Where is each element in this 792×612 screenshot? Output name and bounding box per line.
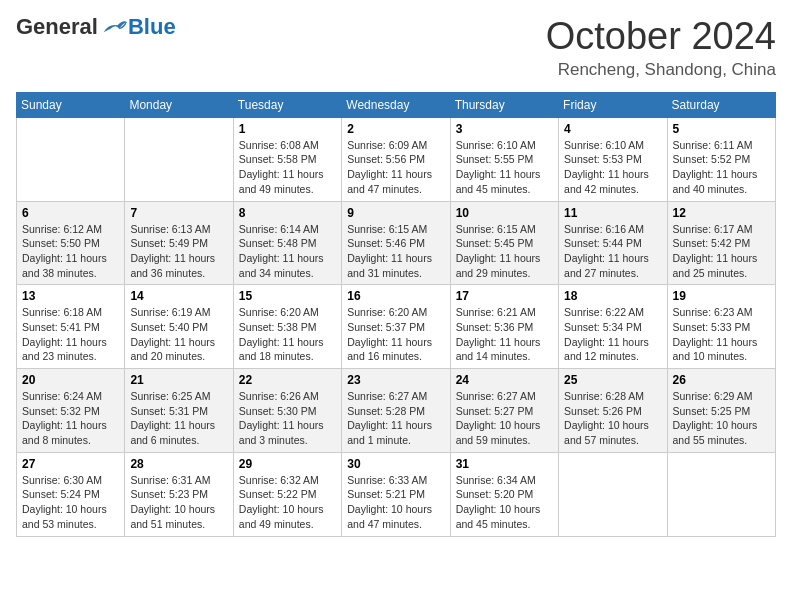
calendar-cell: 22Sunrise: 6:26 AM Sunset: 5:30 PM Dayli… — [233, 369, 341, 453]
calendar-cell: 17Sunrise: 6:21 AM Sunset: 5:36 PM Dayli… — [450, 285, 558, 369]
logo: General Blue — [16, 16, 176, 38]
day-detail: Sunrise: 6:26 AM Sunset: 5:30 PM Dayligh… — [239, 389, 336, 448]
calendar-cell: 20Sunrise: 6:24 AM Sunset: 5:32 PM Dayli… — [17, 369, 125, 453]
day-number: 26 — [673, 373, 770, 387]
day-number: 3 — [456, 122, 553, 136]
day-number: 19 — [673, 289, 770, 303]
day-number: 20 — [22, 373, 119, 387]
day-detail: Sunrise: 6:33 AM Sunset: 5:21 PM Dayligh… — [347, 473, 444, 532]
day-detail: Sunrise: 6:34 AM Sunset: 5:20 PM Dayligh… — [456, 473, 553, 532]
day-detail: Sunrise: 6:16 AM Sunset: 5:44 PM Dayligh… — [564, 222, 661, 281]
day-detail: Sunrise: 6:28 AM Sunset: 5:26 PM Dayligh… — [564, 389, 661, 448]
logo-general: General — [16, 16, 98, 38]
calendar-cell: 15Sunrise: 6:20 AM Sunset: 5:38 PM Dayli… — [233, 285, 341, 369]
day-detail: Sunrise: 6:11 AM Sunset: 5:52 PM Dayligh… — [673, 138, 770, 197]
page-header: General Blue October 2024 Rencheng, Shan… — [16, 16, 776, 80]
day-header-saturday: Saturday — [667, 92, 775, 117]
day-number: 11 — [564, 206, 661, 220]
day-number: 28 — [130, 457, 227, 471]
calendar-week-row: 27Sunrise: 6:30 AM Sunset: 5:24 PM Dayli… — [17, 452, 776, 536]
logo-bird-icon — [100, 16, 128, 38]
calendar-cell: 7Sunrise: 6:13 AM Sunset: 5:49 PM Daylig… — [125, 201, 233, 285]
calendar-cell: 14Sunrise: 6:19 AM Sunset: 5:40 PM Dayli… — [125, 285, 233, 369]
day-detail: Sunrise: 6:29 AM Sunset: 5:25 PM Dayligh… — [673, 389, 770, 448]
day-header-friday: Friday — [559, 92, 667, 117]
calendar-week-row: 20Sunrise: 6:24 AM Sunset: 5:32 PM Dayli… — [17, 369, 776, 453]
calendar-cell: 3Sunrise: 6:10 AM Sunset: 5:55 PM Daylig… — [450, 117, 558, 201]
day-detail: Sunrise: 6:15 AM Sunset: 5:46 PM Dayligh… — [347, 222, 444, 281]
calendar-cell: 4Sunrise: 6:10 AM Sunset: 5:53 PM Daylig… — [559, 117, 667, 201]
day-detail: Sunrise: 6:19 AM Sunset: 5:40 PM Dayligh… — [130, 305, 227, 364]
calendar-cell: 23Sunrise: 6:27 AM Sunset: 5:28 PM Dayli… — [342, 369, 450, 453]
day-header-monday: Monday — [125, 92, 233, 117]
calendar-cell: 9Sunrise: 6:15 AM Sunset: 5:46 PM Daylig… — [342, 201, 450, 285]
calendar-cell: 18Sunrise: 6:22 AM Sunset: 5:34 PM Dayli… — [559, 285, 667, 369]
day-number: 23 — [347, 373, 444, 387]
month-title: October 2024 — [546, 16, 776, 58]
calendar-week-row: 1Sunrise: 6:08 AM Sunset: 5:58 PM Daylig… — [17, 117, 776, 201]
day-detail: Sunrise: 6:22 AM Sunset: 5:34 PM Dayligh… — [564, 305, 661, 364]
calendar-cell: 1Sunrise: 6:08 AM Sunset: 5:58 PM Daylig… — [233, 117, 341, 201]
day-detail: Sunrise: 6:27 AM Sunset: 5:27 PM Dayligh… — [456, 389, 553, 448]
day-header-wednesday: Wednesday — [342, 92, 450, 117]
day-number: 18 — [564, 289, 661, 303]
calendar-cell: 26Sunrise: 6:29 AM Sunset: 5:25 PM Dayli… — [667, 369, 775, 453]
day-detail: Sunrise: 6:10 AM Sunset: 5:55 PM Dayligh… — [456, 138, 553, 197]
calendar-cell: 28Sunrise: 6:31 AM Sunset: 5:23 PM Dayli… — [125, 452, 233, 536]
calendar-cell: 11Sunrise: 6:16 AM Sunset: 5:44 PM Dayli… — [559, 201, 667, 285]
calendar-cell: 5Sunrise: 6:11 AM Sunset: 5:52 PM Daylig… — [667, 117, 775, 201]
calendar-cell: 2Sunrise: 6:09 AM Sunset: 5:56 PM Daylig… — [342, 117, 450, 201]
day-header-tuesday: Tuesday — [233, 92, 341, 117]
day-detail: Sunrise: 6:31 AM Sunset: 5:23 PM Dayligh… — [130, 473, 227, 532]
day-detail: Sunrise: 6:20 AM Sunset: 5:38 PM Dayligh… — [239, 305, 336, 364]
day-number: 12 — [673, 206, 770, 220]
calendar-cell — [125, 117, 233, 201]
calendar-cell: 21Sunrise: 6:25 AM Sunset: 5:31 PM Dayli… — [125, 369, 233, 453]
title-block: October 2024 Rencheng, Shandong, China — [546, 16, 776, 80]
day-number: 4 — [564, 122, 661, 136]
day-number: 9 — [347, 206, 444, 220]
calendar-cell: 12Sunrise: 6:17 AM Sunset: 5:42 PM Dayli… — [667, 201, 775, 285]
calendar-cell: 24Sunrise: 6:27 AM Sunset: 5:27 PM Dayli… — [450, 369, 558, 453]
calendar-cell: 19Sunrise: 6:23 AM Sunset: 5:33 PM Dayli… — [667, 285, 775, 369]
day-number: 7 — [130, 206, 227, 220]
day-detail: Sunrise: 6:15 AM Sunset: 5:45 PM Dayligh… — [456, 222, 553, 281]
day-detail: Sunrise: 6:21 AM Sunset: 5:36 PM Dayligh… — [456, 305, 553, 364]
calendar-table: SundayMondayTuesdayWednesdayThursdayFrid… — [16, 92, 776, 537]
calendar-cell: 10Sunrise: 6:15 AM Sunset: 5:45 PM Dayli… — [450, 201, 558, 285]
day-detail: Sunrise: 6:08 AM Sunset: 5:58 PM Dayligh… — [239, 138, 336, 197]
calendar-cell: 29Sunrise: 6:32 AM Sunset: 5:22 PM Dayli… — [233, 452, 341, 536]
day-number: 22 — [239, 373, 336, 387]
calendar-cell — [667, 452, 775, 536]
day-number: 27 — [22, 457, 119, 471]
day-detail: Sunrise: 6:25 AM Sunset: 5:31 PM Dayligh… — [130, 389, 227, 448]
day-number: 14 — [130, 289, 227, 303]
day-number: 1 — [239, 122, 336, 136]
day-number: 8 — [239, 206, 336, 220]
calendar-week-row: 13Sunrise: 6:18 AM Sunset: 5:41 PM Dayli… — [17, 285, 776, 369]
day-header-sunday: Sunday — [17, 92, 125, 117]
day-number: 29 — [239, 457, 336, 471]
day-number: 6 — [22, 206, 119, 220]
calendar-cell: 13Sunrise: 6:18 AM Sunset: 5:41 PM Dayli… — [17, 285, 125, 369]
day-number: 24 — [456, 373, 553, 387]
day-detail: Sunrise: 6:20 AM Sunset: 5:37 PM Dayligh… — [347, 305, 444, 364]
day-detail: Sunrise: 6:18 AM Sunset: 5:41 PM Dayligh… — [22, 305, 119, 364]
day-number: 16 — [347, 289, 444, 303]
day-detail: Sunrise: 6:23 AM Sunset: 5:33 PM Dayligh… — [673, 305, 770, 364]
calendar-cell: 30Sunrise: 6:33 AM Sunset: 5:21 PM Dayli… — [342, 452, 450, 536]
day-number: 30 — [347, 457, 444, 471]
calendar-cell: 27Sunrise: 6:30 AM Sunset: 5:24 PM Dayli… — [17, 452, 125, 536]
day-detail: Sunrise: 6:30 AM Sunset: 5:24 PM Dayligh… — [22, 473, 119, 532]
calendar-cell: 31Sunrise: 6:34 AM Sunset: 5:20 PM Dayli… — [450, 452, 558, 536]
calendar-cell — [559, 452, 667, 536]
day-detail: Sunrise: 6:24 AM Sunset: 5:32 PM Dayligh… — [22, 389, 119, 448]
calendar-cell: 6Sunrise: 6:12 AM Sunset: 5:50 PM Daylig… — [17, 201, 125, 285]
day-detail: Sunrise: 6:14 AM Sunset: 5:48 PM Dayligh… — [239, 222, 336, 281]
day-detail: Sunrise: 6:12 AM Sunset: 5:50 PM Dayligh… — [22, 222, 119, 281]
location-subtitle: Rencheng, Shandong, China — [546, 60, 776, 80]
day-detail: Sunrise: 6:13 AM Sunset: 5:49 PM Dayligh… — [130, 222, 227, 281]
day-number: 25 — [564, 373, 661, 387]
day-number: 2 — [347, 122, 444, 136]
day-number: 17 — [456, 289, 553, 303]
